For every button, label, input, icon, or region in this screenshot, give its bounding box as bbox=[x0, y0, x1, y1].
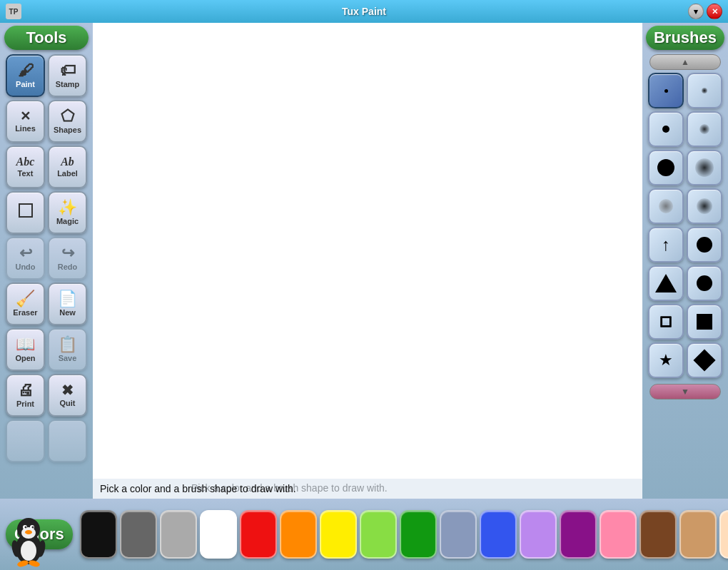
brush-round-lg[interactable] bbox=[687, 265, 722, 301]
redo-label: Redo bbox=[58, 263, 78, 271]
color-lavender[interactable] bbox=[520, 510, 557, 559]
tool-text[interactable]: Abc Text bbox=[6, 146, 45, 188]
tool-new[interactable]: 📄 New bbox=[48, 283, 87, 325]
tool-eraser[interactable]: 🧹 Eraser bbox=[6, 283, 45, 325]
redo-icon: ↪ bbox=[61, 245, 74, 261]
text-label: Text bbox=[18, 169, 34, 178]
quit-label: Quit bbox=[60, 399, 76, 407]
brush-medium-soft[interactable] bbox=[687, 150, 722, 185]
save-icon: 📋 bbox=[58, 337, 77, 352]
tool-save[interactable]: 📋 Save bbox=[48, 328, 87, 371]
color-gray[interactable] bbox=[160, 510, 197, 559]
fill-icon bbox=[16, 200, 36, 223]
color-purple[interactable] bbox=[560, 510, 597, 559]
tool-lines[interactable]: ✕ Lines bbox=[6, 100, 45, 143]
status-text: Pick a color and a brush shape to draw w… bbox=[100, 483, 296, 494]
text-icon: Abc bbox=[16, 156, 35, 168]
arrow-icon: ↑ bbox=[662, 235, 670, 255]
brush-star[interactable]: ★ bbox=[648, 342, 684, 378]
brush-scroll-up[interactable]: ▲ bbox=[649, 54, 721, 70]
tool-paint[interactable]: 🖌 Paint bbox=[6, 54, 45, 97]
lines-icon: ✕ bbox=[20, 110, 31, 123]
quit-icon: ✖ bbox=[61, 383, 74, 397]
brush-tiny-hard[interactable] bbox=[648, 73, 684, 108]
brush-diamond-outline[interactable] bbox=[648, 304, 684, 340]
tool-quit[interactable]: ✖ Quit bbox=[48, 374, 87, 417]
brush-small-hard[interactable] bbox=[648, 111, 684, 147]
brush-row-6 bbox=[648, 265, 722, 301]
brush-triangle[interactable] bbox=[648, 265, 684, 301]
svg-point-9 bbox=[25, 530, 32, 534]
paint-icon: 🖌 bbox=[18, 63, 34, 78]
label-label: Label bbox=[57, 169, 78, 178]
app-icon: TP bbox=[6, 4, 21, 19]
brush-square[interactable] bbox=[687, 304, 722, 340]
save-label: Save bbox=[59, 354, 77, 362]
brush-row-7 bbox=[648, 304, 722, 340]
color-yellow[interactable] bbox=[320, 510, 357, 559]
brush-arrow[interactable]: ↑ bbox=[648, 227, 684, 263]
tool-row-8: 🖨 Print ✖ Quit bbox=[6, 374, 87, 417]
print-label: Print bbox=[16, 399, 34, 408]
brush-large-gray[interactable] bbox=[648, 188, 684, 224]
tool-open[interactable]: 📖 Open bbox=[6, 328, 45, 371]
minimize-button[interactable]: ▾ bbox=[688, 4, 704, 19]
print-icon: 🖨 bbox=[18, 382, 34, 398]
brush-large-circle[interactable] bbox=[687, 227, 722, 263]
tool-extra2[interactable] bbox=[48, 419, 87, 462]
brush-row-5: ↑ bbox=[648, 227, 722, 263]
color-peach[interactable] bbox=[719, 510, 728, 559]
brush-row-4 bbox=[648, 188, 722, 224]
tool-label[interactable]: Ab Label bbox=[48, 146, 87, 188]
tool-undo[interactable]: ↩ Undo bbox=[6, 237, 45, 280]
brush-row-2 bbox=[648, 111, 722, 147]
tux-mascot bbox=[0, 513, 57, 570]
color-pink[interactable] bbox=[600, 510, 637, 559]
tool-fill[interactable] bbox=[6, 191, 45, 234]
brush-diamond[interactable] bbox=[687, 342, 722, 378]
right-panel: Brushes ▲ bbox=[642, 23, 728, 570]
color-green[interactable] bbox=[400, 510, 437, 559]
tool-extra1[interactable] bbox=[6, 419, 45, 462]
color-orange[interactable] bbox=[280, 510, 317, 559]
close-button[interactable]: ✕ bbox=[707, 4, 722, 19]
color-tan[interactable] bbox=[679, 510, 717, 559]
brush-scroll-down[interactable]: ▼ bbox=[649, 384, 721, 399]
brush-small-soft[interactable] bbox=[687, 111, 722, 147]
square-icon bbox=[697, 314, 712, 330]
undo-label: Undo bbox=[15, 263, 35, 271]
tool-row-9 bbox=[6, 419, 87, 462]
titlebar: TP Tux Paint ▾ ✕ bbox=[0, 0, 728, 23]
color-red[interactable] bbox=[240, 510, 277, 559]
color-light-green[interactable] bbox=[360, 510, 397, 559]
magic-icon: ✨ bbox=[58, 200, 77, 215]
tool-row-5: ↩ Undo ↪ Redo bbox=[6, 237, 87, 280]
undo-icon: ↩ bbox=[19, 245, 32, 261]
stamp-label: Stamp bbox=[56, 80, 80, 88]
svg-point-8 bbox=[31, 526, 34, 529]
color-blue-gray[interactable] bbox=[440, 510, 477, 559]
brush-large-soft[interactable] bbox=[687, 188, 722, 224]
status-overlay: Pick a color and a brush shape to draw w… bbox=[93, 479, 642, 499]
svg-point-2 bbox=[21, 541, 36, 561]
label-icon: Ab bbox=[61, 156, 74, 168]
color-dark-gray[interactable] bbox=[120, 510, 157, 559]
tool-print[interactable]: 🖨 Print bbox=[6, 374, 45, 417]
tool-magic[interactable]: ✨ Magic bbox=[48, 191, 87, 234]
svg-point-7 bbox=[24, 526, 26, 529]
tux-svg bbox=[6, 509, 52, 570]
color-black[interactable] bbox=[80, 510, 117, 559]
eraser-label: Eraser bbox=[13, 308, 37, 317]
color-blue[interactable] bbox=[480, 510, 517, 559]
eraser-icon: 🧹 bbox=[16, 291, 35, 307]
color-white[interactable] bbox=[200, 510, 237, 559]
magic-label: Magic bbox=[56, 217, 79, 225]
brush-tiny-soft[interactable] bbox=[687, 73, 722, 108]
brush-medium-hard[interactable] bbox=[648, 150, 684, 185]
tool-row-4: ✨ Magic bbox=[6, 191, 87, 234]
color-brown[interactable] bbox=[639, 510, 677, 559]
brushes-label: Brushes bbox=[646, 26, 724, 50]
tool-stamp[interactable]: 🏷 Stamp bbox=[48, 54, 87, 97]
tool-shapes[interactable]: ⬠ Shapes bbox=[48, 100, 87, 143]
tool-redo[interactable]: ↪ Redo bbox=[48, 237, 87, 280]
